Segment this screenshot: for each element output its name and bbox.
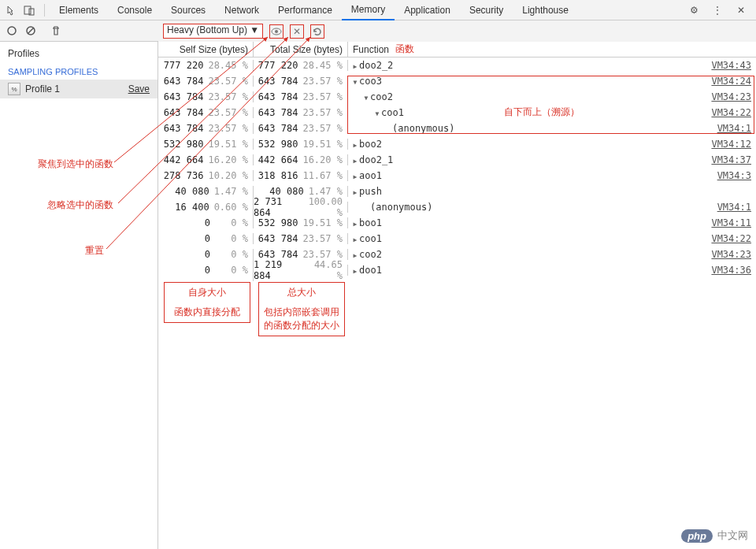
table-row[interactable]: 532 98019.51 %532 98019.51 %boo2VM34:12 (158, 136, 756, 152)
cell-total-size: 643 78423.57 % (253, 91, 347, 102)
expand-icon[interactable] (351, 139, 359, 150)
source-link[interactable]: VM34:37 (711, 154, 751, 165)
anno-total-line2: 包括内部嵌套调用的函数分配的大小 (264, 306, 339, 332)
gear-icon[interactable]: ⚙ (687, 3, 701, 17)
tab-sources[interactable]: Sources (161, 1, 215, 20)
cell-function: doo2_1VM34:37 (347, 154, 756, 165)
tab-lighthouse[interactable]: Lighthouse (513, 1, 578, 20)
profile-toolbar: Heavy (Bottom Up) ▼ ✕ (158, 20, 756, 42)
table-row[interactable]: 00 %1 219 88444.65 %doo1VM34:36 (158, 262, 756, 278)
refresh-icon[interactable] (310, 24, 324, 39)
source-link[interactable]: VM34:43 (711, 60, 751, 71)
record-icon[interactable] (5, 24, 19, 38)
anno-self-line2: 函数内直接分配 (169, 306, 245, 319)
header-function[interactable]: Function 函数 (347, 42, 756, 57)
cell-total-size: 777 22028.45 % (253, 60, 347, 71)
table-row[interactable]: 643 78423.57 %643 78423.57 %coo3VM34:24 (158, 73, 756, 89)
source-link[interactable]: VM34:23 (711, 91, 751, 102)
function-name: push (359, 186, 382, 197)
tab-network[interactable]: Network (215, 1, 269, 20)
expand-icon[interactable] (373, 107, 381, 118)
tab-memory[interactable]: Memory (342, 0, 395, 20)
cell-total-size: 643 78423.57 % (253, 249, 347, 260)
tab-security[interactable]: Security (460, 1, 513, 20)
inspect-icon[interactable] (5, 3, 19, 17)
source-link[interactable]: VM34:1 (717, 202, 751, 213)
profile-item[interactable]: % Profile 1 Save (0, 80, 158, 98)
expand-icon[interactable] (351, 233, 359, 244)
header-function-cn: 函数 (395, 43, 414, 56)
cell-self-size: 643 78423.57 % (158, 123, 253, 134)
kebab-icon[interactable]: ⋮ (710, 3, 724, 17)
function-name: (anonymous) (370, 202, 432, 213)
table-row[interactable]: 643 78423.57 %643 78423.57 %coo2VM34:23 (158, 89, 756, 105)
svg-line-4 (28, 28, 34, 34)
view-select[interactable]: Heavy (Bottom Up) ▼ (163, 24, 263, 39)
anno-total-size: 总大小 包括内部嵌套调用的函数分配的大小 (258, 282, 345, 336)
cell-self-size: 643 78423.57 % (158, 107, 253, 118)
source-link[interactable]: VM34:3 (717, 170, 751, 181)
source-link[interactable]: VM34:11 (711, 217, 751, 228)
table-row[interactable]: 16 4000.60 %2 731 864100.00 %(anonymous)… (158, 199, 756, 215)
delete-icon[interactable] (49, 24, 63, 38)
table-row[interactable]: 278 73610.20 %318 81611.67 %aoo1VM34:3 (158, 168, 756, 184)
cell-self-size: 532 98019.51 % (158, 139, 253, 150)
table-headers: Self Size (bytes) Total Size (bytes) Fun… (158, 42, 756, 57)
tab-application[interactable]: Application (395, 1, 460, 20)
expand-icon[interactable] (351, 170, 359, 181)
tab-elements[interactable]: Elements (50, 1, 108, 20)
source-link[interactable]: VM34:22 (711, 233, 751, 244)
header-self-size[interactable]: Self Size (bytes) (158, 42, 253, 57)
cell-self-size: 40 0801.47 % (158, 186, 253, 197)
cell-function: coo2VM34:23 (347, 249, 756, 260)
table-row[interactable]: 00 %643 78423.57 %coo1VM34:22 (158, 231, 756, 247)
tab-console[interactable]: Console (108, 1, 161, 20)
expand-icon[interactable] (351, 217, 359, 228)
expand-icon[interactable] (351, 249, 359, 260)
cell-self-size: 00 % (158, 249, 253, 260)
table-row[interactable]: 777 22028.45 %777 22028.45 %doo2_2VM34:4… (158, 57, 756, 73)
x-icon[interactable]: ✕ (290, 24, 304, 39)
function-name: aoo1 (359, 170, 382, 181)
device-icon[interactable] (22, 3, 36, 17)
expand-icon[interactable] (351, 154, 359, 165)
devtools-tabs: Elements Console Sources Network Perform… (50, 0, 687, 20)
source-link[interactable]: VM34:12 (711, 139, 751, 150)
eye-icon[interactable] (269, 24, 284, 39)
expand-icon[interactable] (351, 186, 359, 197)
cell-self-size: 00 % (158, 233, 253, 244)
source-link[interactable]: VM34:36 (711, 265, 751, 276)
svg-rect-0 (24, 6, 31, 14)
close-icon[interactable]: ✕ (734, 3, 748, 17)
table-row[interactable]: 00 %643 78423.57 %coo2VM34:23 (158, 247, 756, 262)
source-link[interactable]: VM34:23 (711, 249, 751, 260)
source-link[interactable]: VM34:1 (717, 123, 751, 134)
cell-self-size: 777 22028.45 % (158, 60, 253, 71)
profiles-heading: Profiles (0, 42, 158, 64)
table-row[interactable]: 40 0801.47 %40 0801.47 %push (158, 184, 756, 199)
anno-ignore: 忽略选中的函数 (47, 198, 113, 212)
profile-name: Profile 1 (25, 83, 60, 95)
source-link[interactable]: VM34:24 (711, 76, 751, 87)
table-row[interactable]: 00 %532 98019.51 %boo1VM34:11 (158, 215, 756, 231)
expand-icon[interactable] (351, 265, 359, 276)
cell-total-size: 318 81611.67 % (253, 170, 347, 181)
header-total-size[interactable]: Total Size (bytes) (253, 42, 347, 57)
separator (44, 4, 45, 17)
no-icon[interactable] (24, 24, 38, 38)
tab-performance[interactable]: Performance (269, 1, 342, 20)
sampling-profiles-section: SAMPLING PROFILES (0, 64, 158, 80)
table-row[interactable]: 643 78423.57 %643 78423.57 %(anonymous)V… (158, 121, 756, 136)
function-name: doo1 (359, 265, 382, 276)
cell-self-size: 00 % (158, 265, 253, 276)
save-profile-link[interactable]: Save (128, 83, 150, 95)
source-link[interactable]: VM34:22 (711, 107, 751, 118)
table-row[interactable]: 442 66416.20 %442 66416.20 %doo2_1VM34:3… (158, 152, 756, 168)
cell-function: push (347, 186, 756, 197)
function-name: doo2_1 (359, 154, 393, 165)
expand-icon[interactable] (351, 76, 359, 87)
function-name: doo2_2 (359, 60, 393, 71)
table-row[interactable]: 643 78423.57 %643 78423.57 %coo1VM34:22 (158, 105, 756, 121)
expand-icon[interactable] (362, 91, 370, 102)
expand-icon[interactable] (351, 60, 359, 71)
